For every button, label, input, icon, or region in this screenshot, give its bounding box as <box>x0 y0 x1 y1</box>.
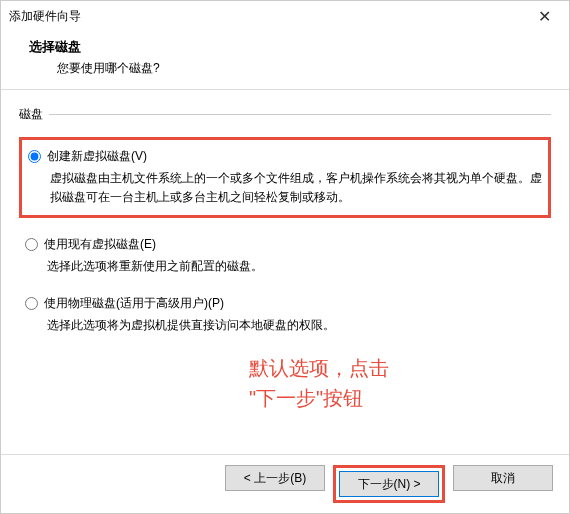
radio-label-create-new: 创建新虚拟磁盘(V) <box>47 148 147 165</box>
radio-option-physical[interactable]: 使用物理磁盘(适用于高级用户)(P) 选择此选项将为虚拟机提供直接访问本地硬盘的… <box>19 295 551 335</box>
page-subtitle: 您要使用哪个磁盘? <box>29 60 561 77</box>
annotation-line1: 默认选项，点击 <box>249 353 551 383</box>
close-icon[interactable]: ✕ <box>529 7 559 26</box>
radio-physical[interactable] <box>25 297 38 310</box>
radio-label-physical: 使用物理磁盘(适用于高级用户)(P) <box>44 295 224 312</box>
radio-option-create-new[interactable]: 创建新虚拟磁盘(V) 虚拟磁盘由主机文件系统上的一个或多个文件组成，客户机操作系… <box>28 148 542 207</box>
page-title: 选择磁盘 <box>29 38 561 56</box>
group-label: 磁盘 <box>19 106 43 123</box>
annotation-line2: "下一步"按钮 <box>249 383 551 413</box>
wizard-header: 选择磁盘 您要使用哪个磁盘? <box>1 32 569 90</box>
highlight-box-option: 创建新虚拟磁盘(V) 虚拟磁盘由主机文件系统上的一个或多个文件组成，客户机操作系… <box>19 137 551 218</box>
radio-create-new[interactable] <box>28 150 41 163</box>
group-header: 磁盘 <box>19 106 551 123</box>
window-title: 添加硬件向导 <box>9 8 81 25</box>
cancel-button[interactable]: 取消 <box>453 465 553 491</box>
radio-label-existing: 使用现有虚拟磁盘(E) <box>44 236 156 253</box>
annotation-text: 默认选项，点击 "下一步"按钮 <box>19 353 551 413</box>
button-bar: < 上一步(B) 下一步(N) > 取消 <box>1 454 569 513</box>
radio-option-existing[interactable]: 使用现有虚拟磁盘(E) 选择此选项将重新使用之前配置的磁盘。 <box>19 236 551 276</box>
titlebar: 添加硬件向导 ✕ <box>1 1 569 32</box>
radio-desc-create-new: 虚拟磁盘由主机文件系统上的一个或多个文件组成，客户机操作系统会将其视为单个硬盘。… <box>28 169 542 207</box>
radio-desc-physical: 选择此选项将为虚拟机提供直接访问本地硬盘的权限。 <box>25 316 551 335</box>
radio-desc-existing: 选择此选项将重新使用之前配置的磁盘。 <box>25 257 551 276</box>
radio-existing[interactable] <box>25 238 38 251</box>
highlight-box-next: 下一步(N) > <box>333 465 445 503</box>
next-button[interactable]: 下一步(N) > <box>339 471 439 497</box>
divider-line <box>49 114 551 115</box>
back-button[interactable]: < 上一步(B) <box>225 465 325 491</box>
content-area: 磁盘 创建新虚拟磁盘(V) 虚拟磁盘由主机文件系统上的一个或多个文件组成，客户机… <box>1 90 569 413</box>
